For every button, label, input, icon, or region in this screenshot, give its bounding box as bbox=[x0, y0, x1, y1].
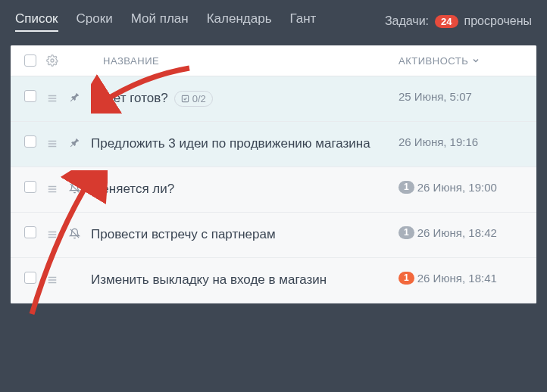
task-title[interactable]: Провести встречу с партнерам bbox=[85, 226, 399, 244]
task-title[interactable]: Изменить выкладку на входе в магазин bbox=[85, 272, 399, 289]
view-tabs: СписокСрокиМой планКалендарьГант bbox=[15, 11, 316, 32]
row-checkbox[interactable] bbox=[24, 226, 36, 238]
bell-off-icon bbox=[69, 228, 80, 242]
drag-handle[interactable] bbox=[41, 138, 64, 149]
row-check-cell bbox=[20, 90, 41, 102]
top-bar: СписокСрокиМой планКалендарьГант Задачи:… bbox=[0, 0, 547, 42]
activity-count-badge: 1 bbox=[399, 272, 414, 285]
bell-off-icon bbox=[69, 182, 80, 197]
tab-4[interactable]: Гант bbox=[290, 11, 317, 32]
select-all-checkbox[interactable] bbox=[24, 54, 36, 67]
table-header: НАЗВАНИЕ АКТИВНОСТЬ bbox=[11, 45, 536, 76]
drag-handle[interactable] bbox=[41, 93, 64, 104]
pin-icon bbox=[69, 92, 80, 106]
activity-cell: 1 26 Июня, 19:00 bbox=[399, 181, 527, 194]
drag-handle[interactable] bbox=[41, 275, 64, 285]
tasks-status-suffix: просрочены bbox=[464, 14, 532, 28]
row-checkbox[interactable] bbox=[24, 272, 36, 284]
activity-cell: 25 Июня, 5:07 bbox=[399, 90, 527, 103]
drag-handle[interactable] bbox=[41, 229, 64, 240]
pin-icon bbox=[69, 137, 80, 151]
task-title[interactable]: Предложить 3 идеи по продвижению магазин… bbox=[85, 135, 399, 153]
row-check-cell bbox=[20, 135, 41, 148]
table-row[interactable]: Предложить 3 идеи по продвижению магазин… bbox=[11, 122, 536, 167]
tab-2[interactable]: Мой план bbox=[131, 11, 189, 32]
settings-column[interactable] bbox=[41, 54, 64, 67]
activity-count-badge: 1 bbox=[399, 181, 414, 194]
row-check-cell bbox=[20, 181, 41, 193]
activity-cell: 1 26 Июня, 18:42 bbox=[399, 226, 527, 239]
activity-count-badge: 1 bbox=[399, 226, 414, 239]
select-all-column bbox=[20, 54, 41, 67]
task-list-panel: НАЗВАНИЕ АКТИВНОСТЬ Отчет готов?0/225 Ию… bbox=[11, 45, 536, 303]
row-check-cell bbox=[20, 226, 41, 238]
tab-3[interactable]: Календарь bbox=[207, 11, 272, 32]
table-row[interactable]: Меняется ли?1 26 Июня, 19:00 bbox=[11, 167, 536, 213]
column-header-activity[interactable]: АКТИВНОСТЬ bbox=[399, 55, 527, 67]
row-check-cell bbox=[20, 272, 41, 284]
row-icon-cell bbox=[64, 272, 85, 273]
column-header-title[interactable]: НАЗВАНИЕ bbox=[64, 55, 399, 67]
task-title[interactable]: Меняется ли? bbox=[85, 181, 399, 198]
row-checkbox[interactable] bbox=[24, 90, 36, 102]
drag-handle[interactable] bbox=[41, 184, 64, 194]
tab-1[interactable]: Сроки bbox=[77, 11, 113, 32]
row-icon-cell bbox=[64, 90, 85, 106]
overdue-count-badge: 24 bbox=[435, 15, 458, 28]
table-row[interactable]: Изменить выкладку на входе в магазин1 26… bbox=[11, 258, 536, 303]
tab-0[interactable]: Список bbox=[15, 11, 58, 32]
row-checkbox[interactable] bbox=[24, 135, 36, 148]
tasks-status: Задачи: 24 просрочены bbox=[385, 14, 532, 28]
row-icon-cell bbox=[64, 226, 85, 242]
table-row[interactable]: Провести встречу с партнерам1 26 Июня, 1… bbox=[11, 213, 536, 258]
task-title[interactable]: Отчет готов?0/2 bbox=[85, 90, 399, 107]
chevron-down-icon bbox=[471, 56, 480, 65]
tasks-status-prefix: Задачи: bbox=[385, 14, 429, 28]
subtask-pill[interactable]: 0/2 bbox=[174, 91, 213, 107]
activity-cell: 1 26 Июня, 18:41 bbox=[399, 272, 527, 285]
activity-cell: 26 Июня, 19:16 bbox=[399, 135, 527, 148]
row-icon-cell bbox=[64, 135, 85, 151]
gear-icon bbox=[46, 54, 58, 67]
row-checkbox[interactable] bbox=[24, 181, 36, 193]
table-row[interactable]: Отчет готов?0/225 Июня, 5:07 bbox=[11, 76, 536, 122]
svg-point-0 bbox=[51, 59, 54, 62]
row-icon-cell bbox=[64, 181, 85, 197]
